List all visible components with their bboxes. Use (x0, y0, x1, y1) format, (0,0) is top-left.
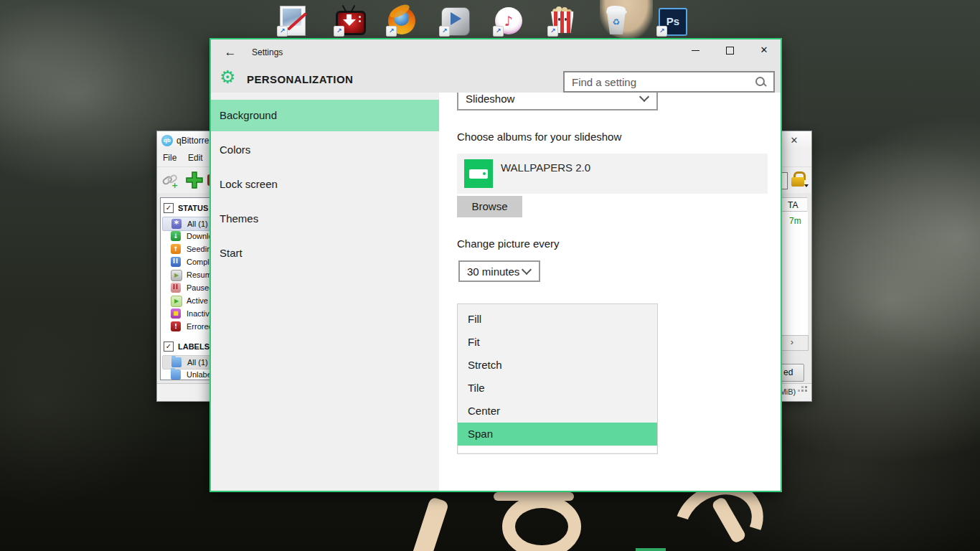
icon-art (556, 6, 562, 12)
qbittorrent-close-icon[interactable]: ✕ (787, 134, 801, 147)
icon-art (558, 18, 560, 21)
icon-art (343, 19, 356, 26)
media-player-shortcut-icon[interactable]: ↗ (440, 5, 469, 37)
screen: ↗ ↗ ↗ ↗ ♪ ↗ ↗ ♻ Ps ↗ (0, 0, 980, 551)
sidebar-item-lock-screen[interactable]: Lock screen (211, 169, 439, 200)
fit-option-fit[interactable]: Fit (458, 331, 657, 354)
settings-content: Slideshow Choose albums for your slidesh… (439, 93, 781, 491)
album-folder-icon (464, 159, 493, 188)
labels-section-header: ✓ LABELS (164, 341, 209, 352)
icon-art (451, 12, 461, 25)
window-title: Settings (252, 47, 283, 57)
icon-art (469, 169, 488, 179)
svg-text:+: + (171, 181, 178, 189)
shortcut-arrow-icon: ↗ (277, 26, 288, 37)
background-type-value: Slideshow (466, 93, 514, 105)
seeding-icon: ↑ (171, 244, 181, 254)
recycle-bin-icon[interactable]: ♻ (603, 5, 631, 37)
resize-grip-icon[interactable] (801, 390, 804, 392)
inactive-icon: ■ (171, 309, 181, 319)
minimize-button[interactable] (679, 39, 712, 61)
status-section-header: ✓ STATUS (164, 202, 208, 214)
photoshop-shortcut-icon[interactable]: Ps ↗ (658, 5, 687, 37)
popcorn-time-shortcut-icon[interactable]: ↗ (549, 5, 578, 37)
folder-icon (171, 357, 182, 367)
fit-option-center[interactable]: Center (458, 400, 657, 423)
settings-search-box[interactable] (563, 71, 775, 93)
add-torrent-link-icon[interactable]: + (161, 171, 180, 189)
chevron-down-icon (522, 265, 532, 275)
video-downloader-shortcut-icon[interactable]: ↗ (335, 5, 364, 37)
settings-header: ← Settings ✕ ⚙ PERSONALIZATION (211, 39, 781, 93)
search-icon (755, 77, 765, 86)
albums-label: Choose albums for your slideshow (457, 131, 621, 143)
shortcut-arrow-icon: ↗ (334, 26, 344, 37)
qb-filter-label: All (1) (187, 356, 208, 369)
maximize-button[interactable] (713, 39, 746, 61)
chevron-down-icon (639, 92, 649, 102)
album-name: WALLPAPERS 2.0 (501, 161, 590, 174)
sidebar-item-themes[interactable]: Themes (211, 203, 439, 235)
add-torrent-file-icon[interactable] (184, 170, 204, 190)
settings-sidebar: BackgroundColorsLock screenThemesStart (211, 93, 439, 491)
downloading-icon: ↓ (171, 231, 181, 241)
resumed-icon: ▶ (171, 270, 182, 281)
shortcut-arrow-icon: ↗ (656, 26, 667, 37)
icon-art (483, 172, 486, 175)
interval-value: 30 minutes (467, 265, 519, 278)
itunes-shortcut-icon[interactable]: ♪ ↗ (494, 5, 523, 37)
wallpaper-script-stroke (411, 496, 449, 551)
completed-icon: II (171, 257, 181, 267)
listbox-empty-space (458, 446, 656, 453)
qb-filter-label: Unlabe (187, 368, 212, 380)
status-header-label: STATUS (178, 204, 208, 212)
sidebar-item-start[interactable]: Start (211, 237, 439, 269)
menu-file[interactable]: File (163, 153, 176, 163)
settings-search-input[interactable] (570, 73, 745, 90)
checkbox-checked-icon[interactable]: ✓ (164, 203, 174, 213)
menu-edit[interactable]: Edit (188, 153, 203, 163)
icon-art (347, 14, 352, 19)
checkbox-checked-icon[interactable]: ✓ (164, 342, 174, 352)
paused-icon: II (171, 283, 181, 293)
page-title: PERSONALIZATION (247, 73, 353, 85)
labels-header-label: LABELS (178, 342, 209, 351)
interval-label: Change picture every (457, 237, 560, 250)
fit-option-fill[interactable]: Fill (458, 308, 657, 331)
folder-icon (171, 369, 181, 380)
icon-art (565, 18, 567, 21)
shortcut-arrow-icon: ↗ (547, 26, 558, 37)
qbittorrent-app-icon: qb (161, 135, 173, 146)
firefox-shortcut-icon[interactable]: ↗ (387, 5, 416, 37)
shortcut-arrow-icon: ↗ (439, 26, 450, 37)
shortcut-arrow-icon: ↗ (386, 26, 397, 37)
gear-icon: ⚙ (220, 67, 235, 87)
close-button[interactable]: ✕ (748, 39, 781, 61)
fit-listbox: FillFitStretchTileCenterSpan (457, 303, 658, 454)
shortcut-arrow-icon: ↗ (493, 26, 504, 37)
recycle-symbol-icon: ♻ (606, 11, 626, 34)
sidebar-item-background[interactable]: Background (211, 100, 439, 131)
qb-filter-label: All (1) (187, 217, 208, 230)
photo-editor-shortcut-icon[interactable]: ↗ (278, 5, 307, 37)
qbittorrent-title: qBittorre (176, 136, 209, 146)
interval-dropdown[interactable]: 30 minutes (458, 260, 540, 282)
fit-option-span[interactable]: Span (458, 423, 657, 446)
lock-dropdown-caret-icon[interactable] (804, 184, 809, 187)
icon-art (359, 16, 361, 18)
album-row[interactable]: WALLPAPERS 2.0 (457, 154, 768, 194)
icon-art (359, 20, 361, 22)
all-filter-icon: * (171, 219, 182, 229)
settings-window: BackgroundColorsLock screenThemesStart S… (209, 38, 782, 492)
back-arrow-icon[interactable]: ← (221, 43, 240, 62)
fit-option-tile[interactable]: Tile (458, 377, 657, 400)
sidebar-item-colors[interactable]: Colors (211, 134, 439, 166)
lock-icon[interactable] (791, 177, 804, 187)
active-icon: ▶ (171, 296, 182, 307)
wallpaper-green-strip (636, 548, 666, 551)
fit-option-stretch[interactable]: Stretch (458, 354, 657, 377)
browse-button[interactable]: Browse (457, 196, 522, 217)
errored-icon: ! (171, 321, 181, 331)
eta-column-label: TA (788, 200, 798, 210)
clipped-button-fragment[interactable]: ed (778, 364, 804, 382)
